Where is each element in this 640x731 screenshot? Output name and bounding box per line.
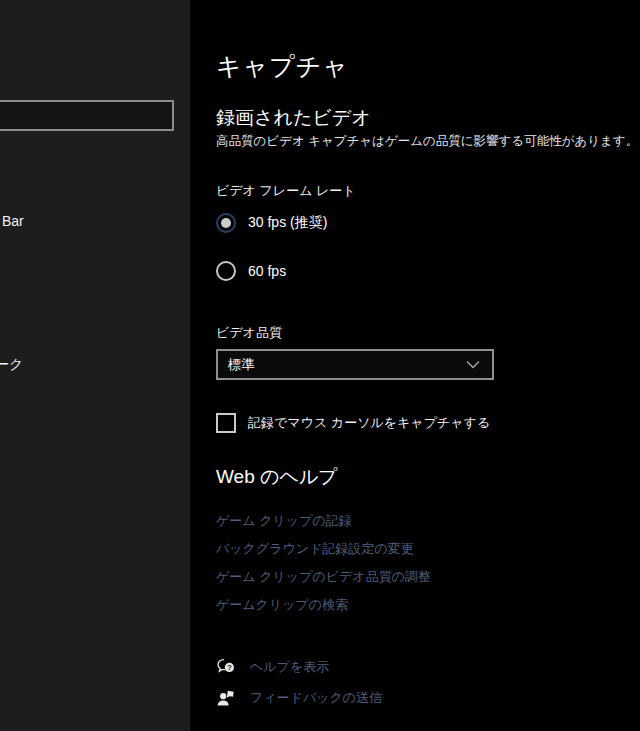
- video-quality-label: ビデオ品質: [216, 324, 282, 342]
- capture-mouse-cursor-label: 記録でマウス カーソルをキャプチャする: [248, 414, 490, 432]
- capture-mouse-cursor-checkbox[interactable]: 記録でマウス カーソルをキャプチャする: [216, 413, 490, 433]
- link-record-game-clip[interactable]: ゲーム クリップの記録: [216, 507, 431, 535]
- sidebar-item-xbox-game-bar[interactable]: Bar: [2, 213, 24, 229]
- web-help-links: ゲーム クリップの記録 バックグラウンド記録設定の変更 ゲーム クリップのビデオ…: [216, 507, 431, 619]
- checkbox-icon: [216, 413, 236, 433]
- video-quality-dropdown[interactable]: 標準: [216, 349, 494, 380]
- sidebar-item-xbox-networking[interactable]: ーク: [0, 356, 23, 374]
- link-find-game-clips[interactable]: ゲームクリップの検索: [216, 591, 431, 619]
- feedback-person-icon: [216, 688, 236, 708]
- chevron-down-icon: [466, 360, 480, 369]
- radio-60fps-label: 60 fps: [248, 263, 286, 279]
- radio-30fps-label: 30 fps (推奨): [248, 214, 327, 232]
- web-help-heading: Web のヘルプ: [216, 464, 338, 490]
- link-adjust-clip-video-quality[interactable]: ゲーム クリップのビデオ品質の調整: [216, 563, 431, 591]
- video-quality-selected-value: 標準: [228, 356, 255, 374]
- recorded-video-heading: 録画されたビデオ: [216, 105, 371, 131]
- frame-rate-label: ビデオ フレーム レート: [216, 182, 356, 200]
- send-feedback-label: フィードバックの送信: [250, 689, 382, 707]
- get-help-label: ヘルプを表示: [250, 658, 329, 676]
- radio-30fps[interactable]: 30 fps (推奨): [216, 213, 327, 233]
- radio-button-icon: [216, 261, 236, 281]
- send-feedback-link[interactable]: フィードバックの送信: [216, 688, 382, 708]
- help-chat-icon: ?: [216, 657, 236, 677]
- radio-60fps[interactable]: 60 fps: [216, 261, 286, 281]
- recorded-video-description: 高品質のビデオ キャプチャはゲームの品質に影響する可能性があります。: [216, 133, 638, 150]
- get-help-link[interactable]: ? ヘルプを表示: [216, 657, 329, 677]
- page-title: キャプチャ: [216, 50, 349, 83]
- search-input[interactable]: [0, 102, 188, 129]
- settings-sidebar: Bar ーク: [0, 0, 190, 731]
- settings-search-box[interactable]: [0, 100, 174, 131]
- captures-settings-page: キャプチャ 録画されたビデオ 高品質のビデオ キャプチャはゲームの品質に影響する…: [190, 0, 640, 731]
- radio-button-icon: [216, 213, 236, 233]
- link-change-background-recording[interactable]: バックグラウンド記録設定の変更: [216, 535, 431, 563]
- svg-text:?: ?: [227, 663, 232, 672]
